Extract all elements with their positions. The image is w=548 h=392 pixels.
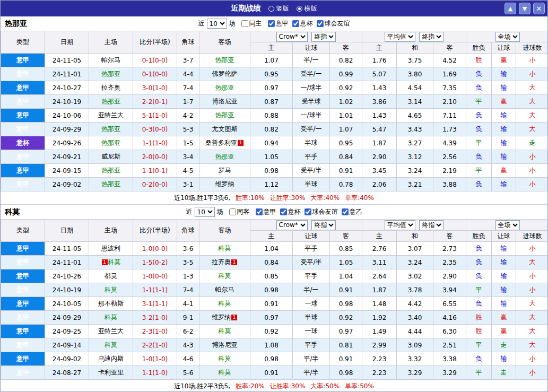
odds-source-select[interactable]: Crow*	[276, 32, 308, 42]
home-team-name[interactable]: 卡利亚里	[98, 369, 124, 376]
home-team-name[interactable]: 科莫	[105, 313, 117, 321]
away-team-name[interactable]: 尤文图斯	[212, 125, 238, 133]
home-team-name[interactable]: 亚特兰大	[98, 111, 124, 119]
away-team-name[interactable]: 热那亚	[215, 56, 234, 64]
close-button[interactable]: ✕	[533, 3, 545, 14]
home-team-name[interactable]: 都灵	[105, 272, 117, 280]
home-team-name[interactable]: 亚特兰大	[98, 327, 124, 335]
home-team-name[interactable]: 帕尔马	[101, 56, 120, 64]
away-team-name[interactable]: 桑普多利亚	[205, 139, 237, 146]
same-venue-checkbox-input[interactable]	[229, 208, 236, 215]
score-link[interactable]: 2-2(1-0)	[142, 342, 168, 349]
odds-source-kind-select[interactable]: 终指	[311, 220, 336, 230]
away-team-name[interactable]: 热那亚	[215, 84, 234, 91]
move-up-button[interactable]: ▲	[504, 3, 516, 14]
home-team-name[interactable]: 拉齐奥	[101, 84, 120, 91]
competition-filter-checkbox[interactable]: 意甲	[264, 19, 289, 28]
away-team-name[interactable]: 罗马	[219, 167, 231, 174]
odds-source-select[interactable]: Crow*	[276, 220, 308, 230]
home-team-name[interactable]: 恩波利	[101, 245, 120, 252]
score-link[interactable]: 1-1(0-1)	[142, 167, 168, 175]
away-team-name[interactable]: 拉齐奥	[212, 258, 231, 266]
score-link[interactable]: 5-1(1-0)	[142, 112, 168, 119]
score-link[interactable]: 1-0(0-0)	[142, 245, 168, 252]
move-down-button[interactable]: ▼	[519, 3, 530, 14]
match-count-select[interactable]: 10	[195, 207, 215, 217]
score-cell: 0-2(0-0)	[133, 178, 177, 191]
avg-odds-select[interactable]: 平均值	[385, 220, 415, 230]
score-link[interactable]: 0-3(0-0)	[142, 126, 168, 133]
competition-checkbox-input[interactable]	[256, 208, 263, 215]
away-team-name[interactable]: 博洛尼亚	[212, 98, 238, 105]
radio-vertical-layout[interactable]: 竖版	[268, 4, 289, 13]
away-team-name[interactable]: 热那亚	[215, 153, 234, 160]
fulltime-select[interactable]: 全场	[495, 220, 520, 230]
score-link[interactable]: 3-2(1-0)	[142, 314, 168, 321]
col-header-avg-home: 主	[362, 231, 397, 242]
away-team-name[interactable]: 科莫	[219, 355, 231, 362]
fulltime-select[interactable]: 全场	[495, 32, 520, 42]
competition-checkbox-input[interactable]	[342, 208, 349, 215]
competition-checkbox-input[interactable]	[317, 20, 324, 27]
home-team-name[interactable]: 乌迪内斯	[98, 355, 124, 362]
competition-filter-checkbox[interactable]: 球会友谊	[301, 207, 338, 216]
competition-filter-checkbox[interactable]: 意杯	[289, 19, 313, 28]
score-link[interactable]: 2-3(1-0)	[142, 328, 168, 335]
score-link[interactable]: 1-1(1-0)	[142, 369, 168, 377]
competition-filter-checkbox[interactable]: 意甲	[252, 207, 276, 216]
competition-filter-checkbox[interactable]: 意乙	[338, 207, 362, 216]
score-link[interactable]: 1-1(1-0)	[142, 140, 168, 147]
avg-odds-kind-select[interactable]: 终指	[419, 220, 443, 230]
score-link[interactable]: 3-1(1-1)	[142, 300, 168, 308]
home-team-name[interactable]: 威尼斯	[101, 153, 120, 160]
score-link[interactable]: 1-0(0-0)	[142, 273, 168, 280]
away-team-name[interactable]: 科莫	[219, 272, 231, 280]
score-link[interactable]: 2-0(0-0)	[142, 153, 168, 161]
home-team-name[interactable]: 科莫	[105, 286, 117, 293]
score-link[interactable]: 1-1(1-1)	[142, 286, 168, 294]
same-venue-checkbox[interactable]: 同主	[238, 19, 262, 28]
away-team-name[interactable]: 科莫	[219, 300, 231, 307]
avg-odds-kind-select[interactable]: 终指	[419, 32, 443, 42]
avg-odds-select[interactable]: 平均值	[385, 32, 415, 42]
avg-away-cell: 4.16	[433, 311, 466, 325]
home-team-name[interactable]: 热那亚	[101, 167, 120, 174]
avg-home-cell: 1.92	[362, 311, 397, 325]
home-team-name[interactable]: 科莫	[108, 258, 121, 266]
same-venue-checkbox-input[interactable]	[241, 20, 248, 27]
away-team-name[interactable]: 帕尔马	[215, 286, 234, 293]
away-team-name[interactable]: 热那亚	[215, 111, 234, 119]
home-team-name[interactable]: 科莫	[105, 341, 117, 349]
score-link[interactable]: 3-0(1-0)	[142, 84, 168, 92]
competition-checkbox-input[interactable]	[280, 208, 287, 215]
score-link[interactable]: 0-1(0-0)	[142, 57, 168, 64]
away-team-name[interactable]: 维罗纳	[215, 180, 234, 188]
competition-checkbox-input[interactable]	[268, 20, 275, 27]
away-team-name[interactable]: 博洛尼亚	[212, 341, 238, 349]
home-team-name[interactable]: 那不勒斯	[98, 300, 124, 307]
away-team-name[interactable]: 科莫	[219, 369, 231, 376]
home-team-name[interactable]: 热那亚	[101, 125, 120, 133]
away-team-name[interactable]: 维罗纳	[212, 313, 231, 321]
away-team-name[interactable]: 科莫	[219, 327, 231, 335]
away-team-name[interactable]: 科莫	[219, 245, 231, 252]
home-team-name[interactable]: 热那亚	[101, 98, 120, 105]
home-team-name[interactable]: 热那亚	[101, 139, 120, 146]
odds-source-kind-select[interactable]: 终指	[311, 32, 336, 42]
score-link[interactable]: 2-2(0-1)	[142, 98, 168, 106]
competition-filter-checkbox[interactable]: 球会友谊	[313, 19, 350, 28]
away-team-name[interactable]: 佛罗伦萨	[212, 70, 238, 77]
score-link[interactable]: 0-2(0-0)	[142, 181, 168, 188]
radio-horizontal-layout[interactable]: 横版	[297, 4, 317, 13]
match-count-select[interactable]: 10	[207, 19, 227, 29]
score-link[interactable]: 0-1(0-0)	[142, 71, 168, 78]
competition-checkbox-input[interactable]	[292, 20, 299, 27]
score-link[interactable]: 1-5(0-2)	[142, 259, 168, 266]
competition-checkbox-input[interactable]	[305, 208, 311, 215]
same-venue-checkbox[interactable]: 同客	[225, 207, 250, 216]
score-link[interactable]: 1-0(1-0)	[142, 355, 168, 363]
home-team-name[interactable]: 热那亚	[101, 70, 120, 77]
competition-filter-checkbox[interactable]: 意杯	[276, 207, 301, 216]
home-team-name[interactable]: 热那亚	[101, 180, 120, 188]
summary-stat: 单率:40%	[345, 194, 374, 202]
